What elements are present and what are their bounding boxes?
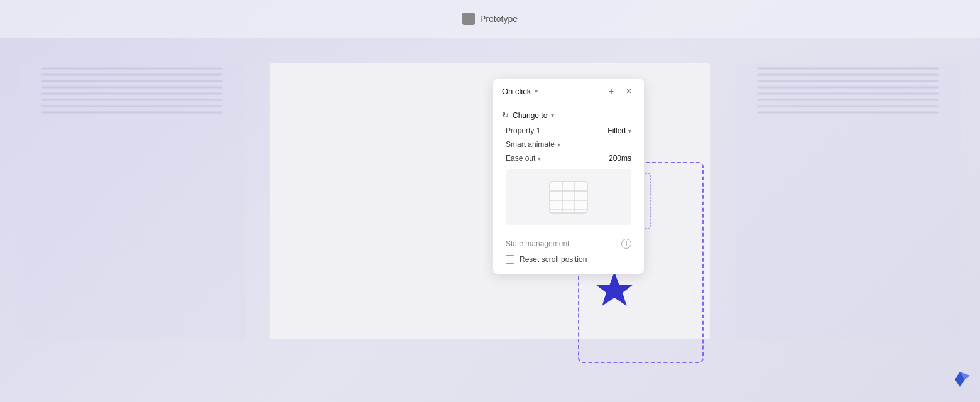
close-panel-button[interactable]: × [623, 85, 635, 97]
property-row: Property 1 Filled ▾ [502, 126, 635, 135]
canvas-area: ◆ Favorite + [270, 63, 710, 339]
ease-row: Ease out ▾ 200ms [502, 154, 635, 163]
reset-scroll-label: Reset scroll position [520, 255, 587, 264]
panel-body: ↻ Change to ▾ Property 1 Filled ▾ Smart … [493, 104, 644, 274]
bg-left-panel [19, 63, 245, 339]
state-management-info-icon[interactable]: i [621, 239, 631, 249]
preview-grid-icon [547, 178, 591, 216]
state-management-label: State management [506, 239, 569, 248]
property-value-text: Filled [607, 126, 626, 135]
app-icon [462, 13, 475, 25]
top-bar: Prototype [0, 0, 980, 38]
reset-scroll-row[interactable]: Reset scroll position [502, 255, 635, 268]
refresh-icon: ↻ [502, 111, 509, 120]
property-value-area[interactable]: Filled ▾ [607, 126, 631, 135]
ease-chevron-icon: ▾ [538, 155, 541, 162]
panel-title-area[interactable]: On click ▾ [502, 87, 538, 96]
change-to-row[interactable]: ↻ Change to ▾ [502, 111, 635, 120]
reset-scroll-checkbox[interactable] [506, 255, 514, 264]
state-management-row: State management i [502, 236, 635, 251]
panel-header: On click ▾ + × [493, 79, 644, 104]
smart-animate-label: Smart animate [506, 140, 555, 149]
smart-animate-chevron-icon: ▾ [557, 141, 560, 148]
change-to-chevron-icon: ▾ [551, 112, 554, 119]
animation-preview-box [506, 169, 631, 225]
ease-duration-value[interactable]: 200ms [609, 154, 631, 163]
panel-header-icons: + × [605, 85, 635, 97]
add-interaction-button[interactable]: + [605, 85, 618, 97]
bg-right-panel [735, 63, 961, 339]
panel-title-chevron-icon: ▾ [535, 88, 538, 95]
ease-label-area[interactable]: Ease out ▾ [506, 154, 541, 163]
divider [502, 232, 635, 232]
property-value-chevron-icon: ▾ [628, 128, 631, 134]
ease-out-label: Ease out [506, 154, 535, 163]
property-label: Property 1 [506, 126, 540, 135]
change-to-label: Change to [513, 111, 547, 120]
svg-rect-0 [550, 182, 587, 213]
panel-title: On click [502, 87, 531, 96]
interaction-panel: On click ▾ + × ↻ Change to ▾ Property 1 … [493, 79, 644, 274]
bottom-logo [950, 369, 970, 392]
title-bar-text: Prototype [480, 14, 518, 24]
star-filled-icon[interactable] [589, 267, 640, 317]
smart-animate-row[interactable]: Smart animate ▾ [502, 140, 635, 149]
